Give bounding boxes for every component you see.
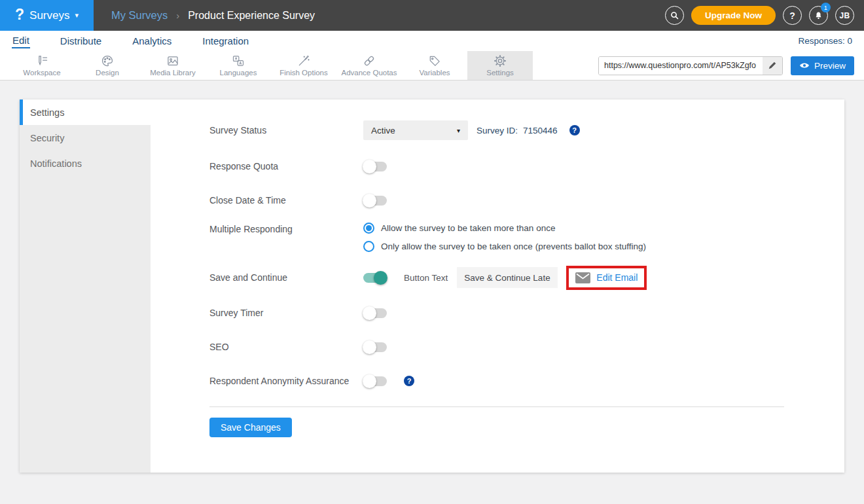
toolbar-item-workspace[interactable]: Workspace — [9, 51, 75, 80]
help-button[interactable]: ? — [783, 6, 802, 25]
chain-link-icon — [363, 54, 376, 67]
save-changes-button[interactable]: Save Changes — [209, 418, 292, 437]
upgrade-now-button[interactable]: Upgrade Now — [691, 6, 776, 25]
response-quota-row: Response Quota — [209, 149, 844, 183]
sidebar-item-label: Settings — [30, 107, 64, 118]
survey-status-row: Survey Status Active ▾ Survey ID: 715044… — [209, 117, 844, 144]
tag-icon — [428, 54, 441, 67]
radio-option-only-once[interactable]: Only allow the survey to be taken once (… — [363, 241, 646, 252]
avatar-initials: JB — [840, 11, 850, 20]
close-date-toggle[interactable] — [363, 196, 387, 206]
survey-id-label: Survey ID: — [477, 126, 518, 135]
sidebar-item-label: Security — [30, 133, 64, 143]
page-content: Settings Security Notifications Survey S… — [0, 81, 864, 504]
button-text-label: Button Text — [404, 273, 448, 283]
toolbar-right: Preview — [598, 51, 864, 80]
topbar-actions: Upgrade Now ? 1 JB — [665, 6, 864, 25]
toggle-knob — [374, 271, 387, 285]
edit-url-button[interactable] — [763, 57, 782, 75]
response-quota-label: Response Quota — [209, 161, 363, 171]
button-text-input[interactable] — [457, 267, 558, 288]
eye-icon — [799, 62, 810, 69]
top-bar: ? Surveys ▾ My Surveys › Product Experie… — [0, 0, 864, 31]
close-date-row: Close Date & Time — [209, 183, 844, 217]
seo-toggle[interactable] — [363, 342, 387, 352]
tab-edit[interactable]: Edit — [12, 33, 30, 48]
toggle-knob — [363, 194, 376, 207]
notification-badge: 1 — [821, 3, 831, 12]
translate-icon — [232, 54, 245, 67]
toolbar-item-media-library[interactable]: Media Library — [140, 51, 206, 80]
toolbar-item-advance-quotas[interactable]: Advance Quotas — [336, 51, 402, 80]
help-icon: ? — [789, 10, 795, 21]
breadcrumb: My Surveys › Product Experience Survey — [111, 9, 315, 22]
settings-form: Survey Status Active ▾ Survey ID: 715044… — [151, 99, 844, 473]
seo-row: SEO — [209, 330, 844, 364]
radio-option-allow-multiple[interactable]: Allow the survey to be taken more than o… — [363, 223, 646, 234]
edit-toolbar: Workspace Design Media Library Languages — [0, 51, 864, 81]
toolbar-item-finish-options[interactable]: Finish Options — [271, 51, 336, 80]
toggle-knob — [363, 374, 376, 388]
questionpro-logo-icon: ? — [15, 7, 24, 22]
annotation-highlight-box: Edit Email — [566, 266, 647, 290]
survey-status-label: Survey Status — [209, 125, 363, 135]
app-logo-menu[interactable]: ? Surveys ▾ — [0, 0, 94, 31]
breadcrumb-separator-icon: › — [176, 10, 179, 21]
image-icon — [166, 54, 179, 67]
search-button[interactable] — [665, 6, 684, 25]
survey-timer-label: Survey Timer — [209, 308, 363, 318]
toolbar-item-settings[interactable]: Settings — [467, 51, 533, 80]
respondent-anonymity-label: Respondent Anonymity Assurance — [209, 376, 363, 386]
toolbar-item-languages[interactable]: Languages — [206, 51, 271, 80]
chevron-down-icon: ▾ — [75, 11, 79, 20]
toolbar-item-design[interactable]: Design — [75, 51, 140, 80]
save-and-continue-row: Save and Continue Button Text Edit Email — [209, 259, 844, 296]
preview-label: Preview — [814, 61, 846, 71]
edit-email-link[interactable]: Edit Email — [575, 272, 638, 283]
palette-icon — [101, 54, 114, 67]
save-and-continue-toggle[interactable] — [363, 273, 387, 283]
survey-id-help-icon[interactable] — [569, 125, 580, 135]
breadcrumb-my-surveys[interactable]: My Surveys — [111, 9, 168, 22]
respondent-anonymity-toggle[interactable] — [363, 376, 387, 386]
gear-icon — [494, 54, 507, 67]
respondent-anonymity-help-icon[interactable] — [404, 376, 414, 386]
search-icon — [670, 10, 679, 20]
multiple-responding-row: Multiple Responding Allow the survey to … — [209, 217, 844, 259]
notifications-button[interactable]: 1 — [809, 6, 828, 25]
response-quota-toggle[interactable] — [363, 162, 387, 171]
survey-nav: Edit Distribute Analytics Integration Re… — [0, 31, 864, 51]
tab-analytics[interactable]: Analytics — [132, 34, 172, 48]
sidebar-item-security[interactable]: Security — [20, 125, 151, 151]
survey-timer-row: Survey Timer — [209, 296, 844, 330]
survey-status-value: Active — [371, 126, 395, 135]
survey-url-box — [598, 56, 783, 75]
multiple-responding-options: Allow the survey to be taken more than o… — [363, 223, 646, 252]
preview-button[interactable]: Preview — [791, 56, 854, 75]
respondent-anonymity-row: Respondent Anonymity Assurance — [209, 364, 844, 398]
survey-status-select[interactable]: Active ▾ — [363, 120, 468, 140]
bell-icon — [814, 10, 823, 21]
sidebar-item-settings[interactable]: Settings — [20, 99, 151, 125]
pencil-icon — [768, 61, 777, 70]
toolbar-label: Workspace — [23, 69, 60, 77]
upgrade-now-label: Upgrade Now — [705, 10, 762, 20]
radio-option-label: Allow the survey to be taken more than o… — [381, 223, 555, 233]
toggle-knob — [363, 160, 376, 173]
email-icon — [575, 272, 590, 283]
toolbar-label: Media Library — [150, 69, 196, 77]
toolbar-label: Advance Quotas — [341, 69, 397, 77]
toggle-knob — [363, 306, 376, 320]
product-name: Surveys — [29, 9, 69, 22]
toolbar-label: Finish Options — [279, 69, 328, 77]
tab-distribute[interactable]: Distribute — [60, 34, 102, 48]
chevron-down-icon: ▾ — [457, 127, 460, 134]
survey-timer-toggle[interactable] — [363, 308, 387, 318]
survey-url-input[interactable] — [599, 57, 763, 75]
sidebar-item-notifications[interactable]: Notifications — [20, 151, 151, 176]
tab-integration[interactable]: Integration — [202, 34, 249, 48]
toolbar-item-variables[interactable]: Variables — [402, 51, 467, 80]
toolbar-label: Languages — [220, 69, 257, 77]
sidebar-item-label: Notifications — [30, 158, 82, 169]
avatar[interactable]: JB — [835, 6, 854, 25]
